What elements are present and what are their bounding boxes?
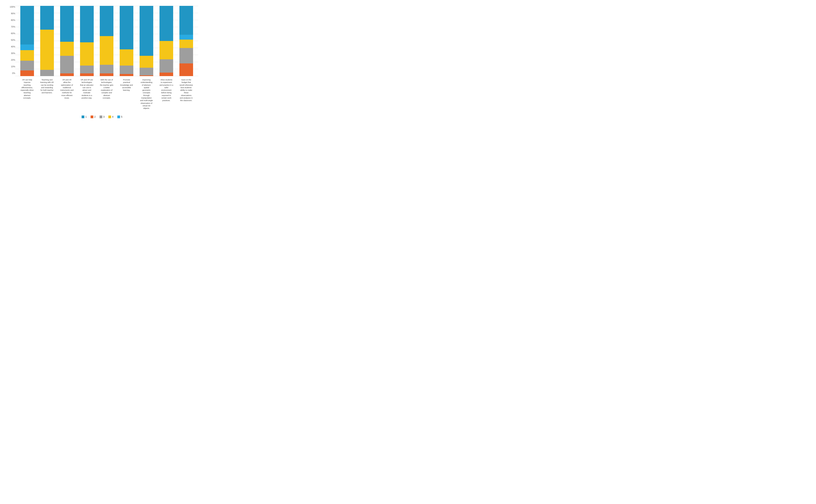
bar-segment-2: [159, 73, 173, 76]
bar-segment-4: [20, 50, 34, 61]
legend-label-1: 1: [85, 116, 87, 118]
x-label: VR and AR allow the optimization of trad…: [60, 78, 74, 110]
bar-segment-1: [20, 6, 34, 44]
bar-segment-1: [100, 6, 113, 36]
y-axis-label: 50%: [6, 39, 15, 41]
bar-segment-1: [179, 6, 193, 35]
bar-group: [80, 6, 94, 76]
bar-segment-4: [179, 40, 193, 48]
legend-item-1: 1: [82, 116, 87, 118]
legend-swatch-5: [117, 116, 120, 118]
legend-swatch-4: [108, 116, 111, 118]
bar-segment-4: [120, 49, 133, 66]
bars-and-grid: [15, 6, 198, 76]
bar-group: [140, 6, 153, 76]
x-label: VR and AR are technologies that an educa…: [80, 78, 94, 110]
legend-label-5: 5: [121, 116, 122, 118]
bar-group: [159, 6, 173, 76]
legend-item-3: 3: [100, 116, 105, 118]
chart-container: 100%90%80%70%60%50%40%30%20%10%0%: [6, 6, 198, 118]
bar-segment-3: [159, 59, 173, 73]
bar-group: [120, 6, 133, 76]
bar-segment-2: [60, 73, 74, 76]
bar-segment-1: [140, 6, 153, 56]
bar-segment-2: [120, 74, 133, 76]
bar-segment-3: [80, 66, 94, 73]
bar-segment-1: [120, 6, 133, 49]
bar-segment-4: [140, 56, 153, 68]
legend-label-3: 3: [103, 116, 105, 118]
bar-segment-1: [60, 6, 74, 42]
legend-label-2: 2: [94, 116, 96, 118]
chart-area: 100%90%80%70%60%50%40%30%20%10%0%: [6, 6, 198, 110]
bar-group: [179, 6, 193, 76]
x-label: Teaching and learning with AR can be exc…: [40, 78, 54, 110]
bar-segment-4: [60, 42, 74, 56]
bars-row: [15, 6, 198, 76]
bar-segment-5: [20, 44, 34, 50]
y-axis-label: 60%: [6, 32, 15, 35]
x-label: AR can help improve teaching effectivene…: [20, 78, 34, 110]
bar-segment-3: [179, 48, 193, 63]
bar-segment-4: [100, 36, 113, 65]
bar-segment-2: [20, 70, 34, 76]
bar-group: [60, 6, 74, 76]
legend-label-4: 4: [112, 116, 113, 118]
bar-segment-2: [80, 73, 94, 76]
x-label: Allow students to experiment and practic…: [159, 78, 173, 110]
x-labels: AR can help improve teaching effectivene…: [15, 77, 198, 110]
bar-group: [40, 6, 54, 76]
legend-item-2: 2: [91, 116, 96, 118]
x-label: With the use of technologies, the teache…: [100, 78, 113, 110]
bar-group: [20, 6, 34, 76]
bar-segment-1: [40, 6, 54, 30]
y-axis-label: 90%: [6, 12, 15, 15]
y-axis-label: 10%: [6, 66, 15, 68]
y-axis-label: 100%: [6, 6, 15, 8]
bar-segment-3: [20, 61, 34, 70]
chart-body: AR can help improve teaching effectivene…: [15, 6, 198, 110]
bar-segment-5: [179, 35, 193, 40]
legend-swatch-3: [100, 116, 102, 118]
bar-segment-3: [140, 68, 153, 76]
bar-segment-3: [120, 66, 133, 74]
bar-segment-2: [179, 63, 193, 76]
x-label: Save on the budget that would otherwise …: [179, 78, 193, 110]
x-label: Improving understanding of abstract, spa…: [140, 78, 153, 110]
y-axis-label: 30%: [6, 52, 15, 54]
legend-item-4: 4: [108, 116, 113, 118]
bar-segment-3: [60, 56, 74, 73]
y-axis-label: 70%: [6, 26, 15, 28]
y-axis-label: 80%: [6, 19, 15, 21]
bar-segment-3: [40, 70, 54, 76]
bar-segment-1: [159, 6, 173, 41]
bar-segment-4: [40, 30, 54, 70]
bar-segment-2: [100, 73, 113, 76]
legend-swatch-1: [82, 116, 84, 118]
bar-segment-4: [80, 42, 94, 66]
bar-group: [100, 6, 113, 76]
y-axis-label: 20%: [6, 59, 15, 61]
bar-segment-1: [80, 6, 94, 42]
legend-item-5: 5: [117, 116, 122, 118]
bar-segment-4: [159, 41, 173, 59]
legend: 12345: [6, 116, 198, 118]
y-axis-label: 0%: [6, 72, 15, 74]
bar-segment-2: [140, 75, 153, 76]
y-axis: 100%90%80%70%60%50%40%30%20%10%0%: [6, 6, 15, 110]
x-label: Promote practical knowledge and accessib…: [120, 78, 133, 110]
y-axis-label: 40%: [6, 46, 15, 48]
bar-segment-3: [100, 65, 113, 73]
legend-swatch-2: [91, 116, 93, 118]
